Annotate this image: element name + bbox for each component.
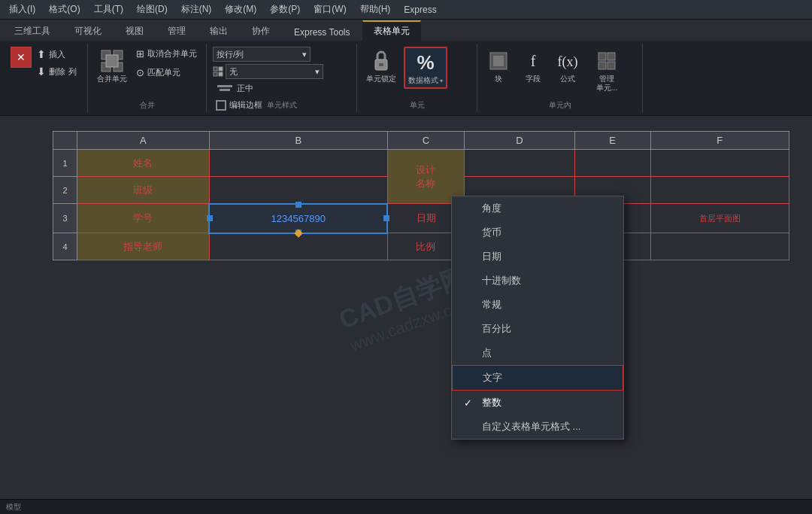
manage-cell-btn[interactable]: 管理单元... — [587, 47, 626, 95]
format-menu-item-custom[interactable]: 自定义表格单元格式 ... — [452, 415, 623, 439]
svg-rect-10 — [220, 89, 230, 91]
canvas-area: CAD自学网 www.cadzxw.com A B C D E F 1 姓名 — [0, 116, 812, 499]
tab-manage[interactable]: 管理 — [156, 21, 197, 41]
menu-draw[interactable]: 绘图(D) — [131, 2, 174, 17]
menu-insert[interactable]: 插入(I) — [3, 2, 41, 17]
block-icon — [486, 49, 511, 73]
svg-rect-15 — [493, 56, 504, 66]
cell-1b[interactable] — [209, 150, 387, 177]
formula-btn[interactable]: f(x) 公式 — [553, 47, 583, 86]
tab-view[interactable]: 视图 — [114, 21, 155, 41]
cell-section-label: 单元 — [410, 100, 425, 111]
delete-icon: ⬇ — [37, 65, 46, 78]
formula-icon: f(x) — [556, 49, 580, 73]
format-menu-item-integer[interactable]: ✓ 整数 — [452, 391, 623, 415]
svg-rect-5 — [214, 67, 217, 71]
format-menu-item-angle[interactable]: 角度 — [452, 196, 623, 221]
menu-format[interactable]: 格式(O) — [43, 2, 86, 17]
block-btn[interactable]: 块 — [483, 47, 514, 86]
more-section-label: 单元内 — [549, 100, 571, 111]
format-menu-item-decimal[interactable]: 十进制数 — [452, 269, 623, 293]
cell-lock-label: 单元锁定 — [366, 75, 396, 84]
row-col-select[interactable]: 按行/列 ▾ — [213, 47, 311, 62]
drawing-table: A B C D E F 1 姓名 设计名称 — [53, 131, 789, 260]
svg-rect-19 — [607, 53, 615, 60]
align-center-btn[interactable]: 正中 — [213, 81, 350, 96]
merge-cells-label: 合并单元 — [97, 75, 127, 84]
format-menu-item-date[interactable]: 日期 — [452, 245, 623, 269]
ribbon: ✕ ⬆ 插入 ⬇ 删除 列 — [0, 41, 812, 116]
tab-collaborate[interactable]: 协作 — [241, 21, 281, 41]
col-header-e: E — [574, 132, 650, 150]
merge-cells-btn[interactable]: 合并单元 — [94, 47, 130, 86]
cell-style-select[interactable]: 无 ▾ — [226, 64, 323, 79]
svg-text:f(x): f(x) — [558, 54, 578, 70]
col-header-f: F — [650, 132, 789, 150]
cell-2f[interactable] — [650, 177, 789, 204]
unmerge-cells-btn[interactable]: ⊞ 取消合并单元 — [133, 47, 200, 61]
row-num-2: 2 — [53, 177, 77, 204]
format-menu-item-currency[interactable]: 货币 — [452, 221, 623, 245]
menu-modify[interactable]: 修改(M) — [219, 2, 262, 17]
cell-4a[interactable]: 指导老师 — [77, 233, 210, 260]
row-col-select-row: 按行/列 ▾ — [213, 47, 350, 62]
svg-rect-13 — [379, 63, 383, 66]
ribbon-section-cell: 单元锁定 % 数据格式 ▾ 单元 — [357, 44, 477, 112]
field-icon: f — [521, 49, 545, 73]
tab-visualization[interactable]: 可视化 — [63, 21, 113, 41]
cell-3b-selected[interactable]: 1234567890 — [209, 204, 387, 233]
cell-2b[interactable] — [209, 177, 387, 204]
tab-table-cell[interactable]: 表格单元 — [362, 20, 421, 41]
format-menu-item-point[interactable]: 点 — [452, 341, 623, 365]
tab-output[interactable]: 输出 — [198, 21, 239, 41]
col-header-c: C — [387, 132, 464, 150]
ribbon-section-cell-style: 按行/列 ▾ 无 ▾ — [207, 44, 357, 112]
field-btn[interactable]: f 字段 — [518, 47, 548, 86]
delete-row-col-btn[interactable]: ⬇ 删除 列 — [34, 64, 80, 79]
tab-express-tools[interactable]: Express Tools — [283, 23, 361, 41]
none-select-row: 无 ▾ — [213, 64, 350, 79]
cell-4f[interactable] — [650, 233, 789, 260]
cell-1d[interactable] — [465, 150, 575, 177]
menu-window[interactable]: 窗口(W) — [308, 2, 352, 17]
data-format-btn[interactable]: % 数据格式 ▾ — [404, 47, 447, 89]
svg-rect-7 — [214, 72, 217, 76]
menu-express[interactable]: Express — [398, 3, 442, 17]
insert-btn[interactable]: ⬆ 插入 — [34, 47, 80, 62]
menu-tools[interactable]: 工具(T) — [88, 2, 129, 17]
data-format-label: 数据格式 — [408, 76, 438, 85]
svg-rect-11 — [217, 101, 226, 110]
cell-style-label: 单元样式 — [267, 100, 297, 111]
col-header-empty — [53, 132, 77, 150]
row-num-4: 4 — [53, 233, 77, 260]
lock-icon — [369, 49, 393, 73]
svg-rect-20 — [598, 62, 606, 69]
border-icon — [216, 100, 226, 111]
format-menu-item-text[interactable]: 文字 — [452, 365, 623, 391]
row-num-1: 1 — [53, 150, 77, 177]
menu-params[interactable]: 参数(P) — [264, 2, 306, 17]
manage-cell-label: 管理单元... — [596, 75, 617, 93]
cell-2a[interactable]: 班级 — [77, 177, 210, 204]
format-menu-item-general[interactable]: 常规 — [452, 293, 623, 317]
cell-1e[interactable] — [574, 150, 650, 177]
cell-3a[interactable]: 学号 — [77, 204, 210, 233]
delete-button[interactable]: ✕ — [11, 47, 32, 68]
match-cell-btn[interactable]: ⊙ 匹配单元 — [133, 65, 200, 80]
field-label: 字段 — [526, 75, 541, 84]
data-format-dropdown: 角度 货币 日期 十进制数 常规 百分比 点 文字 — [451, 196, 624, 439]
svg-rect-4 — [106, 55, 118, 67]
col-header-a: A — [77, 132, 210, 150]
merge-label: 合并 — [140, 100, 155, 111]
tab-3d-tools[interactable]: 三维工具 — [3, 21, 62, 41]
format-menu-item-percent[interactable]: 百分比 — [452, 317, 623, 341]
cell-3f[interactable]: 首层平面图 — [650, 204, 789, 233]
col-header-d: D — [465, 132, 575, 150]
cell-1f[interactable] — [650, 150, 789, 177]
cell-lock-btn[interactable]: 单元锁定 — [363, 47, 399, 86]
block-label: 块 — [495, 75, 502, 84]
cell-1a[interactable]: 姓名 — [77, 150, 210, 177]
ribbon-section-more: 块 f 字段 f(x) 公式 — [477, 44, 643, 112]
menu-annotate[interactable]: 标注(N) — [175, 2, 218, 17]
menu-help[interactable]: 帮助(H) — [354, 2, 397, 17]
